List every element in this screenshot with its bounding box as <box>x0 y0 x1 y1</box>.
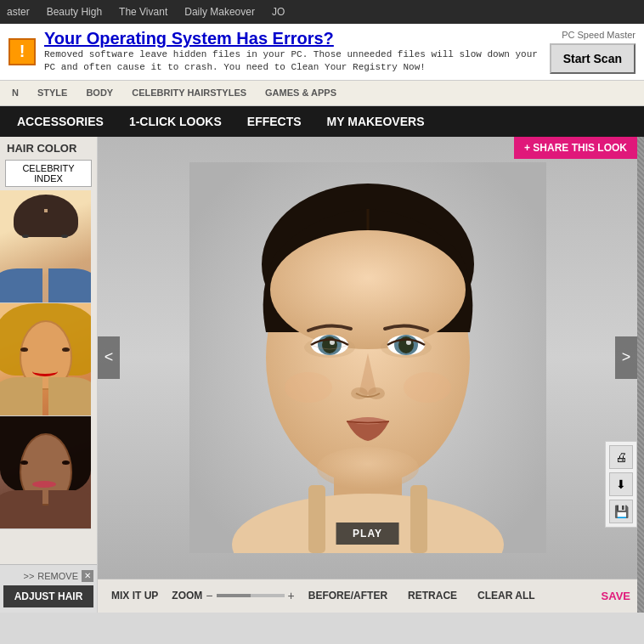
top-nav-beauty-high[interactable]: Beauty High <box>47 6 102 18</box>
sec-nav-n[interactable]: N <box>3 84 27 101</box>
retrace-button[interactable]: RETRACE <box>401 586 464 605</box>
clear-all-button[interactable]: CLEAR ALL <box>471 586 542 605</box>
nav-left-button[interactable]: < <box>98 336 120 379</box>
right-sidebar <box>637 137 644 613</box>
toolbar: MIX IT UP ZOOM − + BEFORE/AFTER RETRACE … <box>98 579 637 613</box>
content-area: HAIR COLOR CELEBRITY INdEX <box>0 137 644 613</box>
svg-point-19 <box>368 387 385 399</box>
list-item[interactable] <box>0 190 91 303</box>
face-svg <box>189 162 546 553</box>
save-icon-button[interactable]: 💾 <box>609 500 633 523</box>
main-navigation: ACCESSORIES 1-CLICK LOOKS EFFECTS MY MAK… <box>0 106 644 137</box>
remove-label: REMOVE <box>37 571 78 581</box>
warning-icon: ! <box>8 38 36 65</box>
svg-rect-4 <box>410 485 427 553</box>
before-after-button[interactable]: BEFORE/AFTER <box>302 586 394 605</box>
remove-row: >> REMOVE ✕ <box>3 570 93 582</box>
ad-body: Removed software leave hidden files in y… <box>44 48 541 75</box>
canvas-main: + SHARE THIS LOOK < <box>98 137 637 579</box>
svg-point-22 <box>404 372 451 403</box>
play-button[interactable]: PLAY <box>336 523 399 545</box>
canvas-area: + SHARE THIS LOOK < <box>98 137 637 613</box>
remove-x-button[interactable]: ✕ <box>82 570 93 582</box>
top-nav-aster[interactable]: aster <box>7 6 30 18</box>
adjust-hair-button[interactable]: ADJUST HAIR <box>3 585 93 607</box>
zoom-slider[interactable] <box>217 594 285 597</box>
svg-point-21 <box>285 372 332 403</box>
ad-text-block: Your Operating System Has Errors? Remove… <box>44 29 541 75</box>
svg-point-7 <box>270 230 466 349</box>
top-navigation: aster Beauty High The Vivant Daily Makeo… <box>0 0 644 24</box>
mix-it-up-button[interactable]: MIX IT UP <box>105 586 165 605</box>
sec-nav-celebrity-hairstyles[interactable]: CELEBRITY HAIRSTYLES <box>123 84 255 101</box>
nav-my-makeovers[interactable]: MY MAKEOVERS <box>315 110 437 133</box>
start-scan-button[interactable]: Start Scan <box>550 43 636 74</box>
celebrity-list <box>0 190 97 564</box>
svg-point-20 <box>317 447 419 489</box>
face-model: PLAY <box>189 162 546 553</box>
list-item[interactable] <box>0 303 91 416</box>
zoom-minus-button[interactable]: − <box>206 589 212 602</box>
zoom-plus-button[interactable]: + <box>288 589 295 602</box>
nav-1click-looks[interactable]: 1-CLICK LOOKS <box>117 110 234 133</box>
left-sidebar: HAIR COLOR CELEBRITY INdEX <box>0 137 98 613</box>
secondary-navigation: N STYLE BODY CELEBRITY HAIRSTYLES GAMES … <box>0 81 644 106</box>
nav-effects[interactable]: EFFECTS <box>235 110 314 133</box>
sidebar-bottom: >> REMOVE ✕ ADJUST HAIR <box>0 564 97 613</box>
download-button[interactable]: ⬇ <box>609 472 633 496</box>
sec-nav-style[interactable]: STYLE <box>29 84 76 101</box>
sec-nav-body[interactable]: BODY <box>77 84 121 101</box>
right-icon-panel: 🖨 ⬇ 💾 <box>605 441 637 528</box>
top-nav-daily-makeover[interactable]: Daily Makeover <box>184 6 255 18</box>
ad-headline[interactable]: Your Operating System Has Errors? <box>44 29 541 48</box>
save-button[interactable]: SAVE <box>602 590 630 602</box>
ad-banner: ! Your Operating System Has Errors? Remo… <box>0 24 644 81</box>
top-nav-the-vivant[interactable]: The Vivant <box>119 6 167 18</box>
print-button[interactable]: 🖨 <box>609 445 633 469</box>
zoom-label: ZOOM <box>172 590 202 602</box>
zoom-control: ZOOM − + <box>172 589 294 602</box>
svg-rect-3 <box>308 485 325 553</box>
remove-arrows-icon: >> <box>23 571 34 581</box>
sidebar-title: HAIR COLOR <box>0 137 97 156</box>
sec-nav-games-apps[interactable]: GAMES & APPS <box>257 84 345 101</box>
list-item[interactable] <box>0 416 91 529</box>
nav-accessories[interactable]: ACCESSORIES <box>5 110 116 133</box>
svg-point-18 <box>351 387 368 399</box>
celebrity-index-button[interactable]: CELEBRITY INdEX <box>5 160 92 187</box>
top-nav-jo[interactable]: JO <box>272 6 285 18</box>
nav-right-button[interactable]: > <box>615 336 637 379</box>
share-look-button[interactable]: + SHARE THIS LOOK <box>514 137 637 159</box>
ad-scan-label: PC Speed Master <box>562 30 636 40</box>
